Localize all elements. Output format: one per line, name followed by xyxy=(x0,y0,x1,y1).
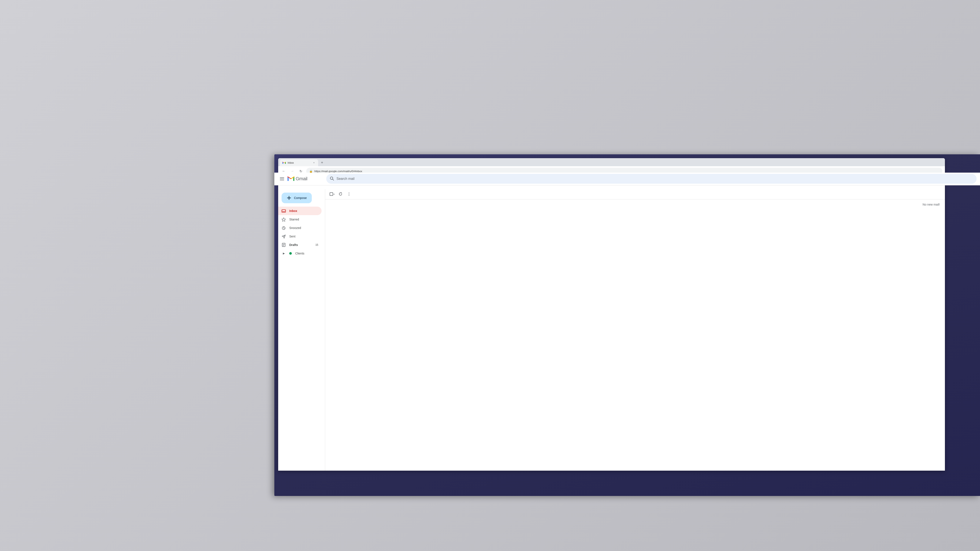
gmail-top-bar: Gmail Search mail xyxy=(278,176,945,185)
compose-label: Compose xyxy=(294,196,307,200)
svg-line-4 xyxy=(332,179,334,180)
clock-icon xyxy=(282,226,286,230)
svg-rect-1 xyxy=(280,179,284,179)
browser-window: Inbox × + ← → ↻ 🔒 https://mail.google.co… xyxy=(278,158,945,471)
starred-label: Starred xyxy=(289,218,318,221)
refresh-icon xyxy=(339,192,342,196)
checkbox-dropdown-icon: ▾ xyxy=(334,193,334,195)
search-placeholder: Search mail xyxy=(336,177,354,181)
email-area: ▾ xyxy=(325,189,945,471)
sidebar-item-inbox[interactable]: Inbox xyxy=(278,206,321,215)
star-icon xyxy=(282,217,286,222)
tab-close-button[interactable]: × xyxy=(312,161,316,165)
sidebar-item-starred[interactable]: Starred xyxy=(278,215,321,224)
svg-point-15 xyxy=(349,192,349,193)
hamburger-icon xyxy=(280,177,284,181)
sidebar: Compose Inbox xyxy=(278,189,325,471)
gmail-text: Gmail xyxy=(296,176,307,182)
svg-point-17 xyxy=(349,195,349,196)
gmail-container: Gmail Search mail xyxy=(278,176,945,471)
snoozed-label: Snoozed xyxy=(289,226,318,230)
sidebar-item-drafts[interactable]: Drafts 15 xyxy=(278,241,321,249)
inbox-label: Inbox xyxy=(289,209,318,213)
send-icon xyxy=(282,234,286,238)
svg-line-10 xyxy=(283,236,285,237)
tab-favicon xyxy=(282,161,286,165)
main-layout: Compose Inbox xyxy=(278,189,945,471)
refresh-button[interactable] xyxy=(337,191,344,197)
clients-label: Clients xyxy=(295,252,318,255)
svg-point-3 xyxy=(330,177,333,179)
sidebar-item-sent[interactable]: Sent xyxy=(278,232,321,241)
select-all-button[interactable]: ▾ xyxy=(329,191,336,197)
inbox-icon xyxy=(282,209,286,213)
gmail-logo: Gmail xyxy=(287,176,307,182)
more-options-button[interactable] xyxy=(345,191,352,197)
new-tab-button[interactable]: + xyxy=(319,160,325,166)
plus-icon xyxy=(287,195,291,200)
tab-bar: Inbox × + xyxy=(278,158,945,166)
tab-title: Inbox xyxy=(288,161,310,164)
drafts-label: Drafts xyxy=(289,243,312,246)
more-icon xyxy=(347,192,351,196)
sidebar-item-clients[interactable]: ▶ Clients xyxy=(278,249,321,258)
sidebar-item-snoozed[interactable]: Snoozed xyxy=(278,224,321,232)
draft-icon xyxy=(282,243,286,247)
search-icon xyxy=(329,176,334,181)
drafts-badge: 15 xyxy=(315,243,318,246)
url-text: https://mail.google.com/mail/u/0/#inbox xyxy=(314,170,362,173)
sent-label: Sent xyxy=(289,235,318,238)
hamburger-menu-button[interactable] xyxy=(278,176,286,183)
lock-icon: 🔒 xyxy=(309,170,313,173)
compose-plus-icon xyxy=(287,195,291,200)
no-mail-area: No new mail! xyxy=(325,199,945,210)
no-mail-message: No new mail! xyxy=(923,203,940,206)
expand-icon: ▶ xyxy=(282,251,286,256)
search-bar[interactable]: Search mail xyxy=(326,176,945,184)
select-checkbox xyxy=(329,192,333,196)
compose-button[interactable]: Compose xyxy=(282,192,312,203)
clients-label-dot xyxy=(289,252,292,255)
monitor-frame: Inbox × + ← → ↻ 🔒 https://mail.google.co… xyxy=(0,0,980,551)
screen-bezel: Inbox × + ← → ↻ 🔒 https://mail.google.co… xyxy=(274,154,980,496)
svg-marker-8 xyxy=(282,218,286,222)
gmail-m-logo xyxy=(287,176,295,182)
email-toolbar: ▾ xyxy=(325,189,945,199)
svg-point-16 xyxy=(349,194,349,195)
svg-rect-0 xyxy=(280,177,284,178)
svg-rect-2 xyxy=(280,180,284,180)
browser-tab-inbox[interactable]: Inbox × xyxy=(280,159,318,166)
